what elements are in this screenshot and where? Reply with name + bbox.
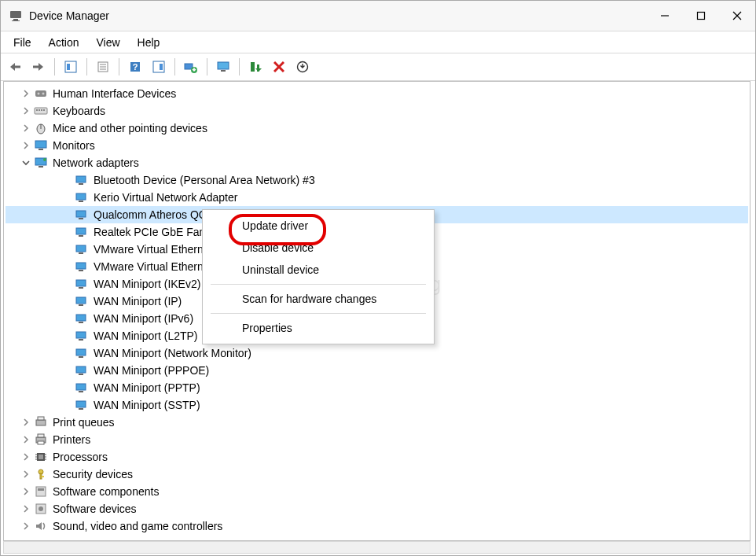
monitor-button[interactable]: [212, 56, 234, 78]
help-button[interactable]: ?: [124, 56, 146, 78]
expand-icon[interactable]: [20, 433, 32, 446]
expand-icon[interactable]: [20, 503, 32, 515]
svg-rect-61: [79, 339, 83, 341]
svg-rect-54: [76, 280, 86, 286]
expand-icon[interactable]: [20, 485, 32, 498]
action-button[interactable]: [148, 56, 170, 78]
network-adapter-icon: [75, 381, 89, 395]
ctx-update-driver[interactable]: Update driver: [203, 215, 434, 237]
device-item[interactable]: WAN Miniport (SSTP): [6, 396, 748, 414]
svg-rect-42: [76, 176, 86, 182]
monitor-icon: [34, 138, 48, 153]
category-softdev[interactable]: Software devices: [6, 500, 748, 517]
expand-icon[interactable]: [20, 451, 32, 463]
svg-rect-58: [76, 315, 86, 321]
back-button[interactable]: [4, 56, 26, 78]
category-keyboards[interactable]: Keyboards: [6, 102, 748, 120]
device-item[interactable]: WAN Miniport (Network Monitor): [6, 344, 748, 362]
menu-file[interactable]: File: [6, 35, 39, 50]
svg-rect-71: [38, 417, 44, 420]
scan-hardware-button[interactable]: [292, 56, 314, 78]
device-item[interactable]: WAN Miniport (PPTP): [6, 379, 748, 396]
svg-rect-50: [76, 245, 86, 252]
svg-rect-85: [42, 476, 44, 477]
svg-rect-60: [76, 332, 86, 338]
svg-rect-76: [39, 455, 43, 459]
ctx-uninstall-device[interactable]: Uninstall device: [203, 259, 434, 281]
network-adapter-icon: [75, 208, 89, 222]
device-label: Kerio Virtual Network Adapter: [92, 189, 239, 206]
device-manager-window: Device Manager File Action View Help ? H…: [0, 0, 756, 556]
svg-rect-0: [10, 11, 21, 18]
expand-icon[interactable]: [20, 416, 32, 429]
update-driver-button[interactable]: [180, 56, 202, 78]
ctx-disable-device[interactable]: Disable device: [203, 237, 434, 259]
network-adapter-icon: [75, 363, 89, 377]
svg-rect-64: [76, 366, 86, 373]
enable-device-button[interactable]: [244, 56, 266, 78]
svg-rect-69: [79, 408, 83, 410]
device-label: Realtek PCIe GbE Family: [92, 223, 221, 241]
category-label: Print queues: [51, 414, 116, 431]
network-adapter-icon: [75, 225, 89, 239]
expand-icon[interactable]: [20, 139, 32, 152]
svg-rect-44: [76, 193, 86, 200]
svg-rect-32: [39, 109, 40, 111]
menu-help[interactable]: Help: [130, 35, 168, 50]
category-printers[interactable]: Printers: [6, 431, 748, 448]
device-label: Bluetooth Device (Personal Area Network)…: [92, 171, 317, 189]
svg-rect-27: [35, 90, 46, 97]
svg-rect-22: [221, 70, 226, 72]
svg-rect-31: [36, 109, 38, 111]
minimize-button[interactable]: [647, 1, 683, 31]
printers-icon: [34, 433, 48, 447]
svg-rect-57: [79, 304, 83, 306]
close-button[interactable]: [719, 1, 755, 31]
menu-action[interactable]: Action: [41, 35, 87, 50]
category-label: Human Interface Devices: [51, 85, 178, 102]
network-adapters-icon: [34, 156, 48, 170]
category-processors[interactable]: Processors: [6, 448, 748, 466]
svg-rect-45: [79, 201, 83, 202]
menu-view[interactable]: View: [88, 35, 127, 50]
ctx-scan-hardware[interactable]: Scan for hardware changes: [203, 288, 434, 310]
category-security[interactable]: Security devices: [6, 466, 748, 483]
uninstall-device-button[interactable]: [268, 56, 290, 78]
processors-icon: [34, 450, 48, 464]
svg-rect-7: [15, 66, 20, 68]
expand-icon[interactable]: [20, 105, 32, 117]
expand-icon[interactable]: [20, 87, 32, 100]
device-item[interactable]: WAN Miniport (PPPOE): [6, 362, 748, 379]
category-softcomp[interactable]: Software components: [6, 483, 748, 500]
svg-rect-33: [41, 109, 42, 111]
device-item[interactable]: Kerio Virtual Network Adapter: [6, 189, 748, 206]
category-sound[interactable]: Sound, video and game controllers: [6, 517, 748, 535]
category-label: Monitors: [51, 137, 97, 154]
category-mice[interactable]: Mice and other pointing devices: [6, 120, 748, 137]
expand-icon[interactable]: [20, 468, 32, 481]
category-printqueues[interactable]: Print queues: [6, 414, 748, 431]
ctx-properties[interactable]: Properties: [203, 317, 434, 339]
network-adapter-icon: [75, 398, 89, 412]
horizontal-scrollbar[interactable]: [3, 541, 750, 554]
category-network[interactable]: Network adapters: [6, 154, 748, 171]
expand-icon[interactable]: [20, 122, 32, 134]
svg-rect-8: [33, 66, 39, 68]
category-hid[interactable]: Human Interface Devices: [6, 85, 748, 102]
device-label: WAN Miniport (IP): [92, 293, 183, 310]
print-queues-icon: [34, 415, 48, 429]
collapse-icon[interactable]: [20, 156, 32, 169]
expand-icon[interactable]: [20, 520, 32, 532]
app-icon: [9, 9, 23, 23]
software-devices-icon: [34, 502, 48, 516]
svg-rect-67: [79, 391, 83, 392]
device-item[interactable]: Bluetooth Device (Personal Area Network)…: [6, 171, 748, 189]
category-monitors[interactable]: Monitors: [6, 137, 748, 154]
svg-rect-43: [79, 183, 83, 185]
svg-rect-51: [79, 252, 83, 254]
forward-button[interactable]: [28, 56, 50, 78]
maximize-button[interactable]: [683, 1, 719, 31]
svg-rect-63: [79, 356, 83, 358]
show-hide-tree-button[interactable]: [60, 56, 82, 78]
properties-button[interactable]: [92, 56, 114, 78]
